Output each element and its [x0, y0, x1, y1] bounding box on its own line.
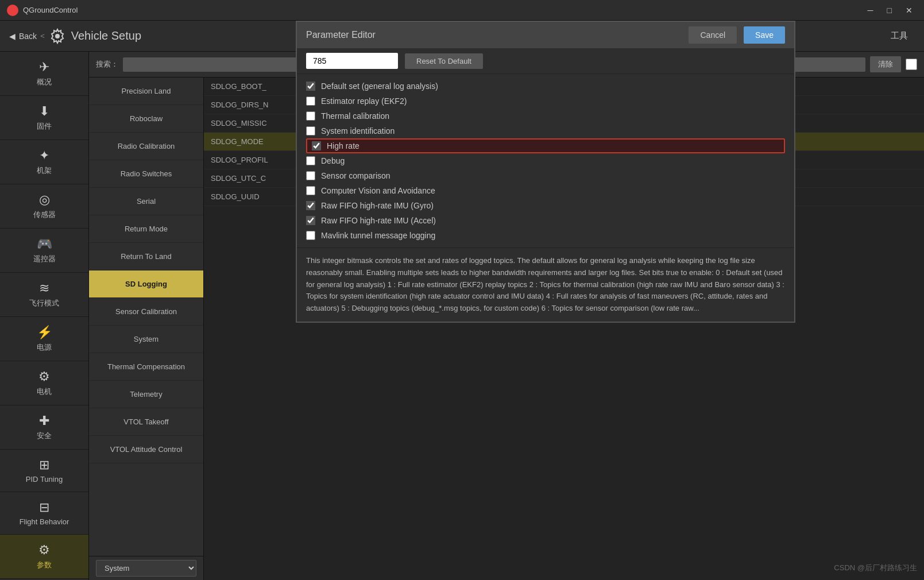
checkbox-label-sensor-comparison: Sensor comparison — [321, 171, 391, 180]
airframe-icon: ✦ — [39, 148, 49, 163]
checkbox-default-set[interactable] — [306, 82, 315, 91]
search-checkbox[interactable] — [906, 59, 917, 70]
main-layout: ✈ 概况 ⬇ 固件 ✦ 机架 ◎ 传感器 🎮 遥控器 ≋ 飞行模式 ⚡ 电源 ⚙ — [0, 52, 924, 580]
app-logo — [7, 5, 18, 16]
sidebar-item-safety[interactable]: ✚ 安全 — [0, 405, 88, 450]
window-controls: ─ □ ✕ — [863, 6, 917, 15]
sidebar-item-flight-mode[interactable]: ≋ 飞行模式 — [0, 273, 88, 317]
pid-icon: ⊞ — [39, 458, 49, 473]
sub-sidebar-item-roboclaw[interactable]: Roboclaw — [89, 105, 203, 133]
checkbox-computer-vision[interactable] — [306, 186, 315, 195]
save-button[interactable]: Save — [744, 26, 785, 44]
sidebar-item-airframe[interactable]: ✦ 机架 — [0, 140, 88, 184]
app-title: QGroundControl — [23, 6, 863, 14]
clear-button[interactable]: 清除 — [870, 56, 901, 72]
close-button[interactable]: ✕ — [901, 6, 917, 15]
checkbox-row-sensor-comparison: Sensor comparison — [306, 168, 785, 183]
sub-sidebar-item-radio-switches[interactable]: Radio Switches — [89, 160, 203, 188]
minimize-button[interactable]: ─ — [863, 6, 878, 15]
checkbox-row-raw-fifo-gyro: Raw FIFO high-rate IMU (Gyro) — [306, 198, 785, 213]
sub-sidebar-item-return-mode[interactable]: Return Mode — [89, 215, 203, 243]
value-row: Reset To Default — [297, 48, 794, 74]
sidebar-label-airframe: 机架 — [37, 165, 52, 176]
checkbox-row-high-rate: High rate — [306, 138, 785, 153]
sidebar-item-motor[interactable]: ⚙ 电机 — [0, 361, 88, 405]
checkbox-sensor-comparison[interactable] — [306, 171, 315, 180]
sidebar-label-motor: 电机 — [37, 386, 52, 397]
back-arrow-icon: ◀ — [9, 32, 16, 41]
checkbox-high-rate[interactable] — [312, 141, 321, 150]
group-select[interactable]: System — [96, 560, 196, 577]
sub-sidebar-item-vtol-attitude-control[interactable]: VTOL Attitude Control — [89, 436, 203, 463]
cancel-button[interactable]: Cancel — [689, 26, 737, 44]
checkbox-label-raw-fifo-gyro: Raw FIFO high-rate IMU (Gyro) — [321, 201, 434, 210]
checkbox-thermal-calibration[interactable] — [306, 111, 315, 121]
vehicle-setup-icon — [49, 28, 65, 44]
param-editor-overlay: Parameter Editor Cancel Save Reset To De… — [296, 21, 795, 323]
sidebar-item-overview[interactable]: ✈ 概况 — [0, 52, 88, 96]
checkbox-label-default-set: Default set (general log analysis) — [321, 82, 438, 91]
checkbox-label-mavlink-tunnel: Mavlink tunnel message logging — [321, 231, 435, 240]
sub-sidebar-item-sensor-calibration[interactable]: Sensor Calibration — [89, 298, 203, 326]
checkbox-row-default-set: Default set (general log analysis) — [306, 79, 785, 94]
checkbox-raw-fifo-gyro[interactable] — [306, 201, 315, 210]
sub-sidebar-item-return-to-land[interactable]: Return To Land — [89, 243, 203, 270]
watermark: CSDN @后厂村路练习生 — [834, 563, 917, 573]
sidebar-item-sensors[interactable]: ◎ 传感器 — [0, 184, 88, 229]
power-icon: ⚡ — [37, 325, 52, 340]
firmware-icon: ⬇ — [39, 104, 49, 119]
sidebar-label-overview: 概况 — [37, 77, 52, 87]
params-icon: ⚙ — [38, 543, 50, 558]
safety-icon: ✚ — [39, 413, 49, 428]
checkbox-label-estimator-replay: Estimator replay (EKF2) — [321, 96, 407, 106]
back-label: Back — [19, 32, 37, 41]
tools-button[interactable]: 工具 — [884, 28, 915, 44]
maximize-button[interactable]: □ — [883, 6, 896, 15]
sidebar-item-params[interactable]: ⚙ 参数 — [0, 535, 88, 579]
sub-sidebar-item-telemetry[interactable]: Telemetry — [89, 381, 203, 408]
checkbox-raw-fifo-accel[interactable] — [306, 216, 315, 225]
sidebar-label-safety: 安全 — [37, 431, 52, 441]
sidebar-label-power: 电源 — [37, 342, 52, 353]
checkbox-mavlink-tunnel[interactable] — [306, 231, 315, 240]
sensors-icon: ◎ — [39, 192, 50, 207]
checkbox-system-identification[interactable] — [306, 126, 315, 136]
checkbox-row-raw-fifo-accel: Raw FIFO high-rate IMU (Accel) — [306, 213, 785, 228]
value-input[interactable] — [306, 53, 398, 69]
sidebar-item-pid-tuning[interactable]: ⊞ PID Tuning — [0, 450, 88, 492]
sidebar-item-power[interactable]: ⚡ 电源 — [0, 317, 88, 361]
flight-behavior-icon: ⊟ — [39, 500, 49, 515]
checkbox-label-computer-vision: Computer Vision and Avoidance — [321, 186, 435, 195]
sub-sidebar-item-sd-logging[interactable]: SD Logging — [89, 270, 203, 298]
checkbox-estimator-replay[interactable] — [306, 96, 315, 106]
separator-icon: < — [40, 32, 45, 40]
remote-icon: 🎮 — [37, 237, 52, 252]
sub-sidebar-item-vtol-takeoff[interactable]: VTOL Takeoff — [89, 408, 203, 436]
sidebar-label-params: 参数 — [37, 560, 52, 570]
reset-to-default-button[interactable]: Reset To Default — [405, 53, 483, 69]
checkbox-debug[interactable] — [306, 156, 315, 165]
flight-mode-icon: ≋ — [39, 281, 49, 296]
sub-sidebar-item-thermal-compensation[interactable]: Thermal Compensation — [89, 353, 203, 381]
param-editor-title: Parameter Editor — [306, 30, 682, 40]
sidebar-label-remote: 遥控器 — [33, 254, 56, 264]
checkbox-label-high-rate: High rate — [327, 141, 359, 150]
sub-sidebar-item-precision-land[interactable]: Precision Land — [89, 78, 203, 105]
search-label: 搜索： — [96, 59, 118, 69]
overview-icon: ✈ — [39, 60, 49, 75]
motor-icon: ⚙ — [38, 369, 50, 384]
checkbox-label-raw-fifo-accel: Raw FIFO high-rate IMU (Accel) — [321, 216, 436, 225]
checkbox-label-system-identification: System identification — [321, 126, 395, 136]
back-button[interactable]: ◀ Back < — [9, 32, 45, 41]
sub-sidebar-item-serial[interactable]: Serial — [89, 188, 203, 215]
checkbox-row-estimator-replay: Estimator replay (EKF2) — [306, 94, 785, 109]
checkbox-label-thermal-calibration: Thermal calibration — [321, 111, 389, 121]
sub-sidebar-item-system[interactable]: System — [89, 326, 203, 353]
vehicle-setup-label: Vehicle Setup — [71, 29, 141, 42]
sub-sidebar-item-radio-calibration[interactable]: Radio Calibration — [89, 133, 203, 160]
sidebar-item-flight-behavior[interactable]: ⊟ Flight Behavior — [0, 492, 88, 535]
sidebar-item-firmware[interactable]: ⬇ 固件 — [0, 96, 88, 140]
sub-sidebar: Precision Land Roboclaw Radio Calibratio… — [89, 78, 204, 580]
sidebar-item-remote[interactable]: 🎮 遥控器 — [0, 229, 88, 273]
svg-point-0 — [55, 34, 60, 38]
